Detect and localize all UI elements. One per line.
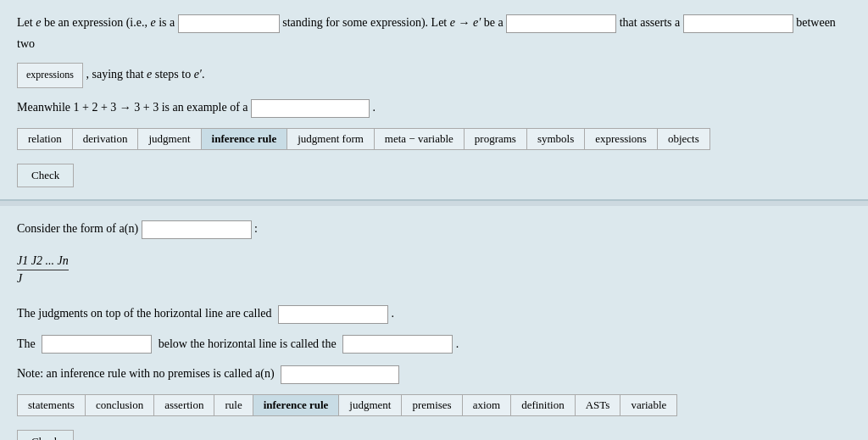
- tag-inference-rule[interactable]: inference rule: [202, 129, 288, 149]
- tag-programs[interactable]: programs: [465, 129, 527, 149]
- tag2-statements[interactable]: statements: [18, 395, 86, 415]
- text-saying: , saying that e steps to e′.: [86, 68, 205, 81]
- section2-line1: Consider the form of a(n) :: [17, 218, 851, 239]
- text-let-e: Let e be an expression (i.e., e is a: [17, 16, 178, 29]
- section1-line1: Let e be an expression (i.e., e is a sta…: [17, 12, 851, 54]
- fraction-numerator: J1 J2 ... Jn: [17, 254, 69, 268]
- tag2-judgment[interactable]: judgment: [339, 395, 402, 415]
- fraction-denominator: J: [17, 272, 69, 286]
- section2-line2: The judgments on top of the horizontal l…: [17, 303, 851, 324]
- section-1: Let e be an expression (i.e., e is a sta…: [0, 0, 868, 201]
- text-judgments-top: The judgments on top of the horizontal l…: [17, 307, 272, 320]
- tag2-premises[interactable]: premises: [402, 395, 462, 415]
- text-below: below the horizontal line is called the: [159, 337, 337, 350]
- text-period1: .: [373, 101, 376, 114]
- input-below-name[interactable]: [342, 335, 453, 354]
- check-button-2[interactable]: Check: [17, 430, 74, 440]
- tag-expressions[interactable]: expressions: [585, 129, 658, 149]
- tag-judgment[interactable]: judgment: [138, 129, 201, 149]
- tag-meta-variable[interactable]: meta − variable: [375, 129, 465, 149]
- input-premises-name[interactable]: [278, 305, 388, 324]
- tag-objects[interactable]: objects: [658, 129, 709, 149]
- fraction-display: J1 J2 ... Jn J: [17, 254, 69, 286]
- text-judgments-period: .: [392, 307, 395, 320]
- input-relation-type[interactable]: [506, 14, 616, 33]
- text-consider: Consider the form of a(n): [17, 222, 138, 235]
- section-2: Consider the form of a(n) : J1 J2 ... Jn…: [0, 206, 868, 440]
- tag2-asts[interactable]: ASTs: [576, 395, 621, 415]
- tag2-axiom[interactable]: axiom: [463, 395, 512, 415]
- tag-symbols[interactable]: symbols: [527, 129, 585, 149]
- section2-note: Note: an inference rule with no premises…: [17, 363, 851, 384]
- input-below-subject[interactable]: [42, 335, 152, 354]
- section2-line3: The below the horizontal line is called …: [17, 333, 851, 354]
- tag-judgment-form[interactable]: judgment form: [287, 129, 375, 149]
- input-expression-type[interactable]: [178, 14, 280, 33]
- input-form-type[interactable]: [142, 220, 252, 239]
- tag2-assertion[interactable]: assertion: [154, 395, 214, 415]
- text-the: The: [17, 337, 36, 350]
- text-note: Note: an inference rule with no premises…: [17, 367, 275, 380]
- text-standing: standing for some expression). Let e → e…: [282, 16, 506, 29]
- text-that-asserts: that asserts a: [620, 16, 683, 29]
- section1-line3: Meanwhile 1 + 2 + 3 → 3 + 3 is an exampl…: [17, 97, 851, 118]
- text-below-period: .: [456, 337, 459, 350]
- expressions-tag[interactable]: expressions: [17, 63, 83, 88]
- tag2-definition[interactable]: definition: [511, 395, 576, 415]
- tag2-variable[interactable]: variable: [620, 395, 676, 415]
- text-meanwhile: Meanwhile 1 + 2 + 3 → 3 + 3 is an exampl…: [17, 101, 251, 114]
- tag2-rule[interactable]: rule: [214, 395, 253, 415]
- tag-derivation[interactable]: derivation: [73, 129, 139, 149]
- tag-relation[interactable]: relation: [18, 129, 73, 149]
- section1-tag-row: relation derivation judgment inference r…: [17, 128, 710, 150]
- tag2-conclusion[interactable]: conclusion: [86, 395, 154, 415]
- section2-tag-row: statements conclusion assertion rule inf…: [17, 394, 677, 416]
- input-axiom-name[interactable]: [281, 365, 399, 384]
- input-example-type[interactable]: [251, 99, 370, 118]
- fraction-line: [17, 270, 69, 270]
- check-button-1[interactable]: Check: [17, 164, 74, 187]
- tag2-inference-rule[interactable]: inference rule: [253, 395, 340, 415]
- section1-line2-expressions: expressions , saying that e steps to e′.: [17, 63, 851, 88]
- text-colon: :: [254, 222, 258, 235]
- input-assertion-type[interactable]: [683, 14, 793, 33]
